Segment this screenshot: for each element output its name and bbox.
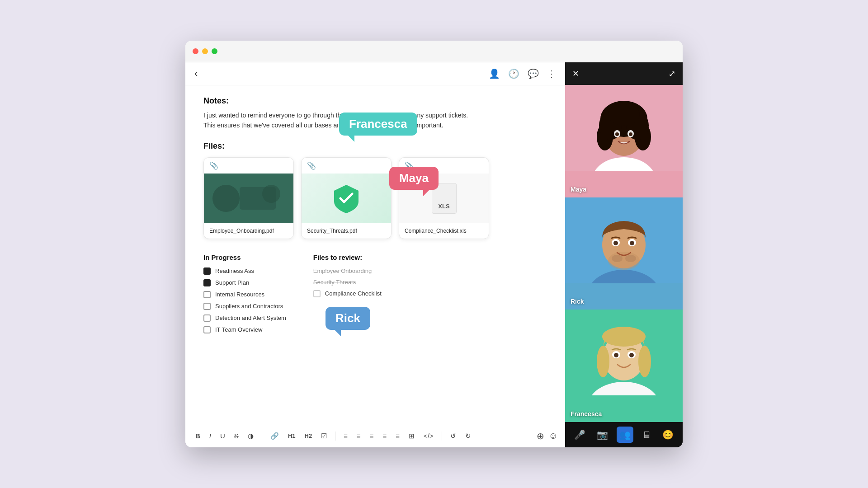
checklist-item-2[interactable]: Internal Resources xyxy=(203,291,286,298)
traffic-lights xyxy=(193,48,217,54)
review-item-2[interactable]: Compliance Checklist xyxy=(313,290,382,297)
paperclip-icon-3: 📎 xyxy=(405,161,414,170)
editor-header: ‹ 👤 🕐 💬 ⋮ xyxy=(185,62,565,85)
rick-face-svg xyxy=(565,197,683,283)
editor-pane: ‹ 👤 🕐 💬 ⋮ Francesca Maya Rick xyxy=(185,62,565,447)
expand-video-button[interactable]: ⤢ xyxy=(669,69,675,79)
svg-point-27 xyxy=(613,241,618,245)
close-button[interactable] xyxy=(193,48,198,54)
svg-point-3 xyxy=(264,182,284,202)
align-left-button[interactable]: ≡ xyxy=(341,430,350,441)
checklist-item-5[interactable]: IT Team Overview xyxy=(203,326,286,333)
underline-button[interactable]: U xyxy=(217,430,228,441)
checklist-item-4[interactable]: Detection and Alert System xyxy=(203,314,286,322)
toolbar-divider-2 xyxy=(335,432,335,441)
svg-rect-2 xyxy=(240,185,281,212)
ordered-list-button[interactable]: ≡ xyxy=(354,430,363,441)
close-video-button[interactable]: ✕ xyxy=(572,69,579,79)
notes-text: I just wanted to remind everyone to go t… xyxy=(203,110,547,131)
svg-point-1 xyxy=(215,185,247,216)
maya-face-svg xyxy=(565,85,683,171)
history-icon[interactable]: 🕐 xyxy=(508,68,519,79)
highlight-button[interactable]: ◑ xyxy=(245,430,256,442)
toolbar-divider-1 xyxy=(262,432,262,441)
more-icon[interactable]: ⋮ xyxy=(547,68,556,79)
reactions-button[interactable]: 😊 xyxy=(660,427,676,443)
h2-button[interactable]: H2 xyxy=(302,431,315,441)
undo-button[interactable]: ↺ xyxy=(448,430,459,442)
checkbox-3 xyxy=(203,303,211,310)
files-label: Files: xyxy=(203,141,547,151)
checklist-section: In Progress Readiness Ass Support Plan I… xyxy=(203,253,547,338)
checklist-item-1[interactable]: Support Plan xyxy=(203,279,286,286)
svg-point-24 xyxy=(625,255,636,262)
video-panel-footer: 🎤 📷 👥 🖥 😊 xyxy=(565,422,683,447)
minimize-button[interactable] xyxy=(202,48,208,54)
file-preview-xls: ✕ XLS xyxy=(399,174,489,223)
comment-icon[interactable]: 💬 xyxy=(528,68,539,79)
video-panel-header: ✕ ⤢ xyxy=(565,62,683,85)
emoji-button[interactable]: ☺ xyxy=(549,431,558,441)
participants-button[interactable]: 👥 xyxy=(617,427,633,443)
header-icons: 👤 🕐 💬 ⋮ xyxy=(489,68,556,79)
review-item-1[interactable]: Security Threats xyxy=(313,279,382,286)
checklist-label-3: Suppliers and Contractors xyxy=(215,303,283,310)
link-button[interactable]: 🔗 xyxy=(268,430,282,442)
strikethrough-button[interactable]: S xyxy=(231,430,241,441)
camera-button[interactable]: 📷 xyxy=(594,427,611,443)
unordered-list-button[interactable]: ≡ xyxy=(367,430,377,441)
svg-rect-0 xyxy=(204,174,293,223)
fullscreen-button[interactable] xyxy=(212,48,217,54)
checklist-label-1: Support Plan xyxy=(215,279,249,286)
svg-rect-20 xyxy=(610,277,637,283)
review-label-0: Employee Onboarding xyxy=(313,267,372,274)
files-to-review-label: Files to review: xyxy=(313,253,382,261)
add-button[interactable]: ⊕ xyxy=(537,431,544,441)
svg-point-28 xyxy=(630,241,634,245)
mute-button[interactable]: 🎤 xyxy=(571,427,588,443)
svg-point-37 xyxy=(614,353,618,357)
redo-button[interactable]: ↻ xyxy=(462,430,474,442)
checklist-label-5: IT Team Overview xyxy=(215,326,262,333)
checkbox-2 xyxy=(203,291,211,298)
file-preview-onboarding xyxy=(204,174,293,223)
file-card-security[interactable]: 📎 Security_Threats.pdf xyxy=(301,157,392,239)
review-label-2: Compliance Checklist xyxy=(325,290,382,297)
users-icon[interactable]: 👤 xyxy=(489,68,500,79)
editor-body: Francesca Maya Rick Notes: I just wanted… xyxy=(185,85,565,424)
back-button[interactable]: ‹ xyxy=(194,68,198,80)
table-button[interactable]: ⊞ xyxy=(406,430,417,442)
svg-point-17 xyxy=(629,132,632,136)
title-bar xyxy=(185,41,683,62)
in-progress-label: In Progress xyxy=(203,253,286,261)
review-label-1: Security Threats xyxy=(313,279,356,286)
file-card-compliance[interactable]: 📎 ✕ XLS xyxy=(399,157,489,239)
checkbox-5 xyxy=(203,326,211,333)
screen-share-button[interactable]: 🖥 xyxy=(639,427,654,443)
rick-name: Rick xyxy=(571,298,584,305)
video-cell-rick: Rick xyxy=(565,197,683,310)
notes-label: Notes: xyxy=(203,96,547,106)
checklist-item-0[interactable]: Readiness Ass xyxy=(203,267,286,275)
h1-button[interactable]: H1 xyxy=(285,431,298,441)
checklist-label-0: Readiness Ass xyxy=(215,267,254,274)
checkbox-button[interactable]: ☑ xyxy=(318,430,330,442)
video-cell-maya: Maya xyxy=(565,85,683,197)
italic-button[interactable]: I xyxy=(207,430,214,441)
paperclip-icon: 📎 xyxy=(209,161,218,170)
francesca-name: Francesca xyxy=(571,410,602,418)
code-button[interactable]: </> xyxy=(421,430,436,441)
paperclip-icon-2: 📎 xyxy=(307,161,316,170)
review-item-0[interactable]: Employee Onboarding xyxy=(313,267,382,274)
svg-point-16 xyxy=(615,132,619,136)
bold-button[interactable]: B xyxy=(193,430,203,441)
file-card-onboarding[interactable]: 📎 xyxy=(203,157,294,239)
outdent-button[interactable]: ≡ xyxy=(393,430,402,441)
indent-button[interactable]: ≡ xyxy=(380,430,389,441)
checklist-item-3[interactable]: Suppliers and Contractors xyxy=(203,303,286,310)
toolbar-right: ⊕ ☺ xyxy=(537,431,558,441)
file-name-compliance: Compliance_Checklist.xls xyxy=(399,223,489,239)
shield-svg xyxy=(330,183,362,214)
onboarding-preview-svg xyxy=(204,174,293,223)
file-name-onboarding: Employee_Onboarding.pdf xyxy=(204,223,293,239)
